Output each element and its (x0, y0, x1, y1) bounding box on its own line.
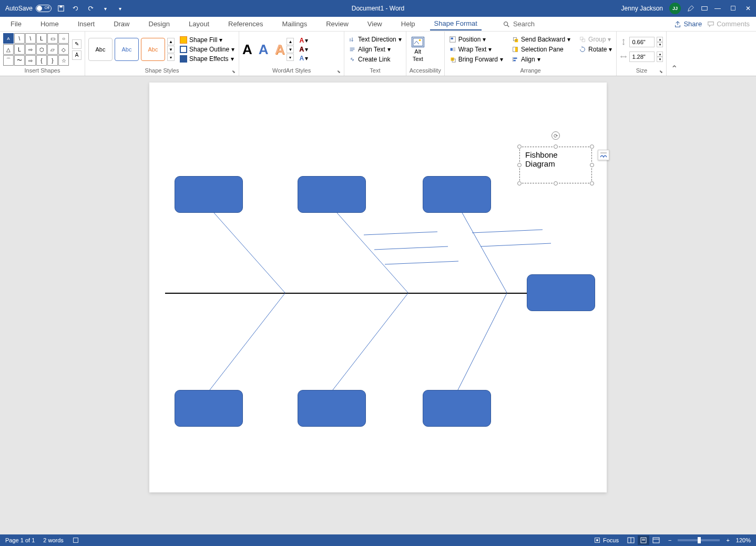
create-link-button[interactable]: Create Link (348, 55, 403, 64)
handle-n[interactable] (554, 145, 558, 149)
shape-triangle-icon[interactable]: △ (3, 44, 14, 55)
ribbon-display-icon[interactable] (701, 5, 708, 12)
shape-arc-icon[interactable]: ⌒ (3, 55, 14, 66)
tab-draw[interactable]: Draw (109, 18, 134, 30)
wa-more-icon[interactable]: ▾ (287, 54, 294, 61)
wordart-1[interactable]: A (242, 42, 252, 58)
text-outline-button[interactable]: A ▾ (299, 46, 308, 53)
document-area[interactable]: Fishbone Diagram ⟳ (0, 76, 756, 534)
fishbone-spine[interactable] (165, 293, 528, 294)
bring-forward-button[interactable]: Bring Forward ▾ (448, 55, 504, 64)
redo-icon[interactable] (86, 4, 95, 13)
word-count[interactable]: 2 words (43, 537, 64, 543)
wordart-gallery[interactable]: A A A (242, 42, 284, 58)
styles-dialog-launcher[interactable]: ⬊ (232, 69, 237, 75)
share-button[interactable]: Share (674, 20, 702, 28)
wordart-3[interactable]: A (275, 42, 285, 58)
read-mode-icon[interactable] (625, 535, 637, 545)
comments-button[interactable]: Comments (707, 20, 750, 28)
height-down[interactable]: ▼ (657, 42, 663, 47)
shape-style-3[interactable]: Abc (141, 38, 165, 61)
alt-text-button[interactable]: Alt Text (410, 35, 426, 64)
zoom-in-button[interactable]: + (726, 537, 729, 543)
position-button[interactable]: Position ▾ (448, 35, 504, 44)
width-down[interactable]: ▼ (657, 57, 663, 62)
size-dialog-launcher[interactable]: ⬊ (659, 69, 665, 75)
cause-box-bottom-3[interactable] (423, 390, 491, 427)
web-layout-icon[interactable] (650, 535, 662, 545)
handle-e[interactable] (590, 163, 594, 167)
handle-w[interactable] (517, 163, 522, 167)
user-avatar[interactable]: JJ (669, 3, 681, 14)
send-backward-button[interactable]: Send Backward ▾ (510, 35, 571, 44)
tab-mailings[interactable]: Mailings (278, 18, 312, 30)
undo-icon[interactable] (71, 4, 80, 13)
height-input[interactable] (629, 37, 655, 47)
zoom-slider[interactable] (678, 539, 720, 541)
wordart-2[interactable]: A (259, 42, 269, 58)
shape-textbox-icon[interactable]: A (3, 33, 14, 44)
tab-view[interactable]: View (363, 18, 386, 30)
rotate-button[interactable]: Rotate ▾ (578, 45, 613, 54)
height-up[interactable]: ▲ (657, 37, 663, 42)
focus-mode-button[interactable]: Focus (594, 537, 619, 544)
close-icon[interactable]: ✕ (745, 5, 751, 12)
save-icon[interactable] (57, 4, 65, 13)
search-box[interactable]: Search (503, 20, 535, 28)
pen-icon[interactable] (687, 5, 694, 12)
handle-sw[interactable] (517, 181, 522, 186)
tab-references[interactable]: References (224, 18, 267, 30)
shape-flag-icon[interactable]: ▱ (47, 44, 58, 55)
style-down-icon[interactable]: ▼ (167, 46, 175, 53)
handle-nw[interactable] (517, 145, 522, 149)
shape-oval-icon[interactable]: ○ (58, 33, 69, 44)
shape-arrow-icon[interactable]: ⇨ (25, 44, 36, 55)
maximize-icon[interactable]: ☐ (730, 5, 736, 12)
shape-outline-button[interactable]: Shape Outline ▾ (179, 45, 236, 54)
collapse-ribbon-icon[interactable]: ⌃ (667, 61, 682, 76)
tab-shape-format[interactable]: Shape Format (430, 17, 482, 30)
shape-fill-button[interactable]: Shape Fill ▾ (179, 36, 236, 44)
qat-more-icon[interactable]: ▾ (101, 4, 109, 13)
tab-review[interactable]: Review (322, 18, 353, 30)
draw-textbox-icon[interactable]: A (72, 50, 81, 60)
cause-box-bottom-2[interactable] (298, 390, 366, 427)
align-text-button[interactable]: Align Text ▾ (348, 45, 403, 54)
shape-connector-icon[interactable]: L (36, 33, 47, 44)
width-field[interactable]: ▲▼ (620, 51, 663, 62)
wa-down-icon[interactable]: ▼ (287, 46, 294, 53)
shape-line2-icon[interactable]: \ (25, 33, 36, 44)
print-layout-icon[interactable] (638, 535, 649, 545)
title-textbox[interactable]: Fishbone Diagram ⟳ (519, 147, 592, 183)
zoom-level[interactable]: 120% (736, 537, 751, 543)
shape-diamond-icon[interactable]: ◇ (58, 44, 69, 55)
shapes-gallery[interactable]: A \ \ L ▭ ○ △ L ⇨ ⬡ ▱ ◇ ⌒ 〜 ⇨ { } ☆ (3, 33, 69, 66)
shape-curve-icon[interactable]: 〜 (14, 55, 25, 66)
autosave-toggle[interactable]: AutoSave Off (5, 5, 52, 12)
cause-box-bottom-1[interactable] (175, 390, 243, 427)
style-up-icon[interactable]: ▲ (167, 38, 175, 45)
text-fill-button[interactable]: A ▾ (299, 37, 308, 44)
text-effects-button[interactable]: A ▾ (299, 55, 308, 62)
fishbone-head-box[interactable] (527, 274, 595, 311)
shape-style-gallery[interactable]: Abc Abc Abc (88, 38, 165, 61)
tab-file[interactable]: File (6, 18, 26, 30)
width-input[interactable] (629, 51, 655, 62)
tab-insert[interactable]: Insert (74, 18, 99, 30)
shape-style-1[interactable]: Abc (88, 38, 113, 61)
width-up[interactable]: ▲ (657, 51, 663, 57)
shape-brace-icon[interactable]: { (36, 55, 47, 66)
shape-brace2-icon[interactable]: } (47, 55, 58, 66)
wa-up-icon[interactable]: ▲ (287, 38, 294, 45)
page[interactable]: Fishbone Diagram ⟳ (149, 83, 607, 492)
tab-layout[interactable]: Layout (185, 18, 213, 30)
text-direction-button[interactable]: IText Direction ▾ (348, 35, 403, 44)
shape-elbow-icon[interactable]: L (14, 44, 25, 55)
style-more-icon[interactable]: ▾ (167, 54, 175, 61)
layout-options-button[interactable] (598, 150, 609, 160)
spell-check-icon[interactable] (72, 537, 79, 544)
shape-rect-icon[interactable]: ▭ (47, 33, 58, 44)
tab-design[interactable]: Design (145, 18, 174, 30)
wrap-text-button[interactable]: Wrap Text ▾ (448, 45, 504, 54)
qat-customize-icon[interactable]: ▾ (116, 4, 124, 13)
